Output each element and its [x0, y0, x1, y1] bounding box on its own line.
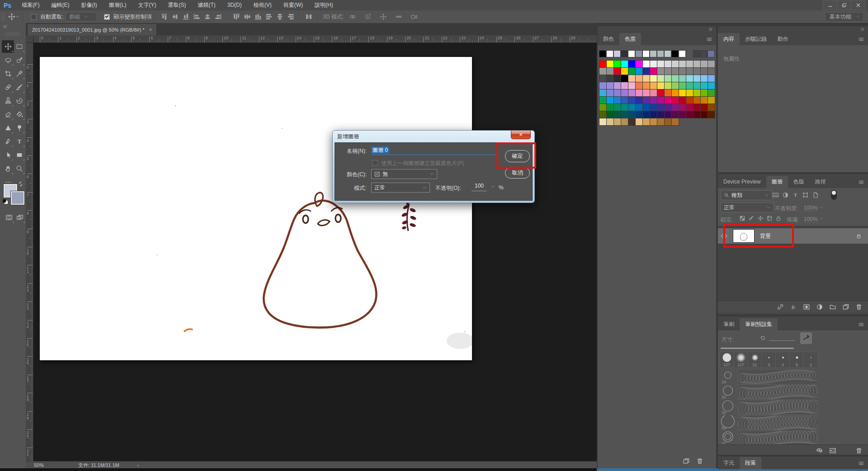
- type-tab-段落[interactable]: 段落: [740, 457, 761, 469]
- swatch[interactable]: [643, 111, 650, 118]
- swatch[interactable]: [686, 82, 693, 89]
- swatch[interactable]: [636, 61, 642, 67]
- swatch[interactable]: [672, 89, 679, 96]
- collapse-panels-icon[interactable]: [860, 27, 865, 32]
- swatch[interactable]: [665, 111, 671, 118]
- swatch[interactable]: [693, 75, 700, 82]
- menu-7[interactable]: 濾鏡(T): [192, 2, 221, 8]
- swatch[interactable]: [701, 68, 708, 75]
- tool-move[interactable]: [2, 40, 14, 53]
- swatch[interactable]: [672, 82, 679, 89]
- fill-value[interactable]: 100%: [804, 216, 818, 223]
- tool-hand[interactable]: [2, 162, 14, 175]
- swatch[interactable]: [657, 104, 664, 111]
- swatch[interactable]: [708, 61, 715, 67]
- swatch[interactable]: [599, 97, 606, 104]
- chevron-down-icon[interactable]: [819, 217, 824, 221]
- mode-dropdown[interactable]: 正常: [371, 183, 430, 193]
- layers-tab-色版[interactable]: 色版: [788, 176, 810, 188]
- swatch[interactable]: [665, 89, 671, 96]
- color-dropdown[interactable]: 無: [371, 169, 437, 179]
- round-brush-127[interactable]: 127: [734, 352, 748, 367]
- panel-menu-icon[interactable]: [858, 36, 864, 42]
- swatch[interactable]: [621, 118, 628, 125]
- dist-right-icon[interactable]: [285, 12, 296, 22]
- swatch[interactable]: [701, 89, 708, 96]
- document-page[interactable]: [40, 57, 472, 360]
- menu-6[interactable]: 選取(S): [162, 2, 192, 8]
- swatch[interactable]: [701, 97, 708, 104]
- reset-size-icon[interactable]: [760, 335, 766, 341]
- roll-3d-icon[interactable]: [363, 12, 373, 22]
- recent-swatch[interactable]: [657, 51, 664, 57]
- swatch[interactable]: [614, 97, 621, 104]
- swatch[interactable]: [614, 75, 621, 82]
- swatch[interactable]: [607, 111, 613, 118]
- blend-mode-dropdown[interactable]: 正常: [721, 203, 774, 212]
- layers-tab-路徑[interactable]: 路徑: [810, 176, 831, 188]
- recent-swatch[interactable]: [679, 51, 685, 57]
- align-vcenter-icon[interactable]: [170, 12, 180, 22]
- swatch[interactable]: [686, 104, 693, 111]
- swatch[interactable]: [636, 75, 642, 82]
- panel-menu-icon[interactable]: [858, 321, 864, 328]
- brush-stroke-preview-toggle[interactable]: [800, 332, 812, 344]
- swatch[interactable]: [679, 89, 686, 96]
- swatch[interactable]: [643, 75, 650, 82]
- swatch[interactable]: [650, 111, 657, 118]
- scatter-brush-32[interactable]: 32: [720, 431, 817, 446]
- recent-swatch[interactable]: [607, 51, 613, 57]
- recent-swatch[interactable]: [672, 51, 678, 57]
- dist-bottom-icon[interactable]: [253, 12, 264, 22]
- collapse-panel-icon[interactable]: [2, 24, 8, 29]
- swatch[interactable]: [657, 111, 664, 118]
- lock-paint-icon[interactable]: [747, 215, 756, 221]
- tool-eyedropper[interactable]: [13, 67, 25, 80]
- swatch[interactable]: [693, 104, 700, 111]
- close-button[interactable]: [851, 0, 865, 10]
- swatch[interactable]: [643, 104, 650, 111]
- swatch[interactable]: [643, 89, 650, 96]
- menu-3[interactable]: 影像(I): [75, 2, 103, 8]
- align-hcenter-icon[interactable]: [202, 12, 213, 22]
- canvas-area[interactable]: 0123456789101112131415161718192021222324…: [26, 35, 597, 461]
- layers-tab-Device Preview[interactable]: Device Preview: [718, 176, 766, 188]
- menu-5[interactable]: 文字(Y): [132, 2, 162, 8]
- swatch[interactable]: [708, 104, 715, 111]
- swatch[interactable]: [628, 89, 635, 96]
- swatch[interactable]: [621, 89, 628, 96]
- scatter-brush-18[interactable]: 18: [720, 369, 817, 384]
- swatch[interactable]: [599, 68, 606, 75]
- fx-icon[interactable]: fx: [790, 303, 797, 311]
- swatch[interactable]: [679, 111, 686, 118]
- swatch[interactable]: [657, 82, 664, 89]
- swatch[interactable]: [657, 61, 664, 67]
- preset-list-icon[interactable]: [829, 447, 836, 454]
- size-slider[interactable]: [721, 348, 794, 349]
- recent-swatch[interactable]: [628, 51, 635, 57]
- round-brush-6[interactable]: 6: [790, 352, 804, 367]
- swatch[interactable]: [636, 82, 642, 89]
- swatch[interactable]: [628, 118, 635, 125]
- brushes-tab-筆刷預設集[interactable]: 筆刷預設集: [740, 318, 778, 330]
- swatch[interactable]: [693, 97, 700, 104]
- swatch[interactable]: [607, 68, 613, 75]
- swatch[interactable]: [672, 68, 679, 75]
- align-left-icon[interactable]: [191, 12, 202, 22]
- scatter-brush-59[interactable]: 59: [720, 415, 817, 430]
- swatch[interactable]: [628, 97, 635, 104]
- layer-name-input[interactable]: 圖層 0: [371, 146, 499, 155]
- swatch[interactable]: [621, 104, 628, 111]
- swatch[interactable]: [679, 75, 686, 82]
- chevron-down-icon[interactable]: [819, 205, 824, 210]
- document-tab[interactable]: 20170424100319013_0001.jpg @ 50% (RGB/8#…: [27, 24, 157, 36]
- minimize-button[interactable]: [823, 0, 837, 10]
- recent-swatch[interactable]: [693, 51, 700, 57]
- swatch[interactable]: [693, 111, 700, 118]
- shape-filter-icon[interactable]: [802, 192, 809, 198]
- swatch[interactable]: [636, 111, 642, 118]
- adjustment-icon[interactable]: [816, 303, 823, 311]
- tool-path-select[interactable]: [2, 149, 14, 161]
- auto-select-checkbox[interactable]: [31, 14, 37, 20]
- swatch[interactable]: [665, 68, 671, 75]
